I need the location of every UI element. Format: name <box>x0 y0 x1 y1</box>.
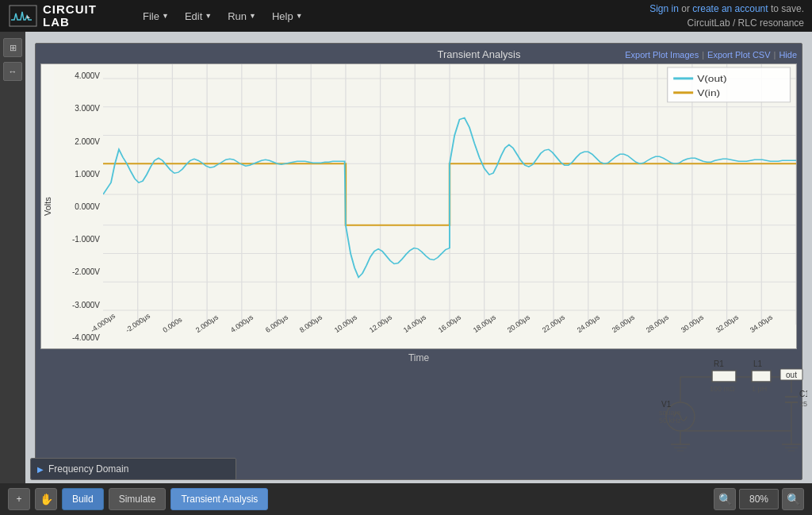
logo-line2: LAB <box>43 16 97 29</box>
y-tick-2v: 2.000V <box>75 136 100 145</box>
y-tick-0v: 0.000V <box>75 202 100 211</box>
svg-text:C1: C1 <box>799 390 807 398</box>
circuit-schematic: out V1 square 50 kHz R1 100 mΩ L1 1 μH C… <box>633 321 807 480</box>
y-tick-3v: 3.000V <box>75 104 100 113</box>
frequency-domain-label: Frequency Domain <box>48 463 128 475</box>
y-tick-4v: 4.000V <box>75 71 100 80</box>
frequency-domain-item[interactable]: ▶ Frequency Domain <box>31 459 236 479</box>
chart-svg: V(out) V(in) <box>103 64 796 325</box>
sidebar-tool-2[interactable]: ↔ <box>3 62 22 81</box>
svg-text:50 kHz: 50 kHz <box>659 417 682 425</box>
bottombar: + ✋ Build Simulate Transient Analysis 🔍 … <box>0 483 812 515</box>
create-account-link[interactable]: create an account <box>692 3 768 14</box>
logo-line1: CIRCUIT <box>43 3 97 17</box>
svg-rect-41 <box>752 371 771 382</box>
add-component-button[interactable]: + <box>8 488 30 510</box>
zoom-out-button[interactable]: 🔍 <box>714 488 736 510</box>
export-images-link[interactable]: Export Plot Images <box>625 50 699 60</box>
y-tick-1v: 1.000V <box>75 169 100 178</box>
topbar-right: Sign in or create an account to save. Ci… <box>649 0 804 32</box>
simulate-button[interactable]: Simulate <box>109 488 167 510</box>
sidebar: ⊞ ↔ <box>0 32 25 515</box>
svg-text:1 μH: 1 μH <box>752 385 767 393</box>
y-axis-label: Volts <box>41 64 54 348</box>
export-csv-link[interactable]: Export Plot CSV <box>707 50 770 60</box>
topbar: CIRCUIT LAB File ▼ Edit ▼ Run ▼ Help ▼ S… <box>0 0 812 32</box>
svg-text:R1: R1 <box>714 359 724 368</box>
logo-icon <box>8 4 38 28</box>
logo-area: CIRCUIT LAB <box>0 0 135 32</box>
zoom-input[interactable]: 80% <box>739 489 779 509</box>
svg-text:V1: V1 <box>661 400 672 409</box>
hand-tool-button[interactable]: ✋ <box>35 488 57 510</box>
svg-text:L1: L1 <box>753 359 763 368</box>
hide-link[interactable]: Hide <box>779 50 797 60</box>
nav-run[interactable]: Run ▼ <box>220 0 264 32</box>
y-tick--2v: -2.000V <box>72 267 100 276</box>
breadcrumb: CircuitLab / RLC resonance <box>688 16 804 30</box>
svg-text:square: square <box>659 409 681 417</box>
svg-rect-32 <box>668 67 791 102</box>
zoom-area: 🔍 80% 🔍 <box>714 488 804 510</box>
svg-text:V(in): V(in) <box>697 88 720 98</box>
plot-title: Transient Analysis <box>333 48 626 60</box>
y-tick--1v: -1.000V <box>72 235 100 244</box>
svg-rect-40 <box>712 371 736 382</box>
svg-text:out: out <box>786 371 797 379</box>
chart-inner: 4.000V 3.000V 2.000V 1.000V 0.000V -1.00… <box>54 64 796 348</box>
svg-text:100 mΩ: 100 mΩ <box>710 385 735 393</box>
transient-analysis-button[interactable]: Transient Analysis <box>170 488 268 510</box>
logo-text: CIRCUIT LAB <box>43 3 97 29</box>
plot-actions: Export Plot Images | Export Plot CSV | H… <box>625 50 797 60</box>
circuit-svg: out V1 square 50 kHz R1 100 mΩ L1 1 μH C… <box>633 321 807 480</box>
y-tick--4v: -4.000V <box>72 332 100 341</box>
build-button[interactable]: Build <box>62 488 104 510</box>
analysis-panel: ▶ Frequency Domain <box>30 458 236 480</box>
nav-menu: File ▼ Edit ▼ Run ▼ Help ▼ <box>135 0 311 32</box>
plot-header: Transient Analysis Export Plot Images | … <box>40 48 797 60</box>
y-tick--3v: -3.000V <box>72 300 100 309</box>
main-area: ⊞ ↔ Transient Analysis Export Plot Image… <box>0 32 812 515</box>
nav-edit[interactable]: Edit ▼ <box>177 0 220 32</box>
frequency-domain-arrow: ▶ <box>37 465 44 474</box>
chart-container: Volts 4.000V 3.000V 2.000V 1.000V 0.000V… <box>40 63 797 349</box>
nav-file[interactable]: File ▼ <box>135 0 177 32</box>
signin-link[interactable]: Sign in <box>649 3 679 14</box>
sidebar-tool-1[interactable]: ⊞ <box>3 38 22 57</box>
nav-help[interactable]: Help ▼ <box>264 0 311 32</box>
svg-text:25.33 nF: 25.33 nF <box>799 400 807 408</box>
zoom-in-button[interactable]: 🔍 <box>782 488 804 510</box>
svg-text:V(out): V(out) <box>697 74 726 83</box>
